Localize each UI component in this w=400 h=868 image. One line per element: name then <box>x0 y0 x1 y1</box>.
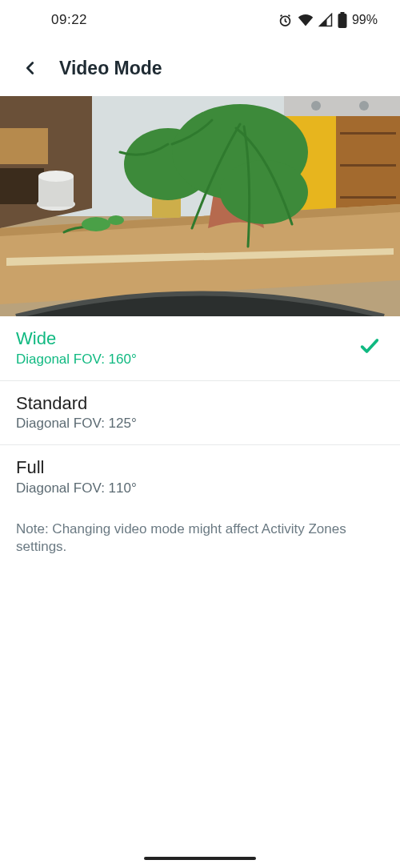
battery-percent: 99% <box>352 13 378 27</box>
camera-preview <box>0 96 400 316</box>
svg-rect-8 <box>284 96 400 116</box>
svg-point-27 <box>108 215 124 225</box>
svg-point-10 <box>359 101 369 111</box>
svg-rect-6 <box>0 168 44 204</box>
svg-point-21 <box>38 171 74 182</box>
option-label: Full <box>16 456 137 479</box>
option-label: Wide <box>16 328 137 350</box>
option-subtitle: Diagonal FOV: 110° <box>16 480 137 496</box>
video-mode-option-wide[interactable]: WideDiagonal FOV: 160° <box>0 316 400 381</box>
chevron-left-icon <box>22 59 39 77</box>
status-bar: 09:22 99% <box>0 0 400 40</box>
svg-rect-1 <box>340 12 344 14</box>
video-mode-option-standard[interactable]: StandardDiagonal FOV: 125° <box>0 381 400 446</box>
back-button[interactable] <box>16 54 45 82</box>
app-bar: Video Mode <box>0 40 400 96</box>
svg-point-25 <box>220 160 308 224</box>
svg-rect-5 <box>0 128 48 164</box>
svg-rect-12 <box>340 132 396 135</box>
svg-point-26 <box>82 217 110 231</box>
battery-icon <box>338 12 347 28</box>
footer-note: Note: Changing video mode might affect A… <box>0 509 400 569</box>
svg-rect-2 <box>338 14 346 28</box>
nav-indicator-bar <box>144 857 256 860</box>
option-subtitle: Diagonal FOV: 160° <box>16 352 137 368</box>
check-icon <box>358 335 381 360</box>
status-time: 09:22 <box>51 12 87 28</box>
page-title: Video Mode <box>59 58 162 79</box>
wifi-icon <box>298 13 314 27</box>
svg-rect-14 <box>340 196 396 199</box>
alarm-icon <box>278 13 293 28</box>
option-subtitle: Diagonal FOV: 125° <box>16 416 137 432</box>
option-label: Standard <box>16 392 137 415</box>
status-right: 99% <box>278 12 378 28</box>
svg-rect-13 <box>340 164 396 167</box>
svg-point-9 <box>311 101 321 111</box>
video-mode-option-full[interactable]: FullDiagonal FOV: 110° <box>0 445 400 509</box>
signal-icon <box>318 13 333 27</box>
